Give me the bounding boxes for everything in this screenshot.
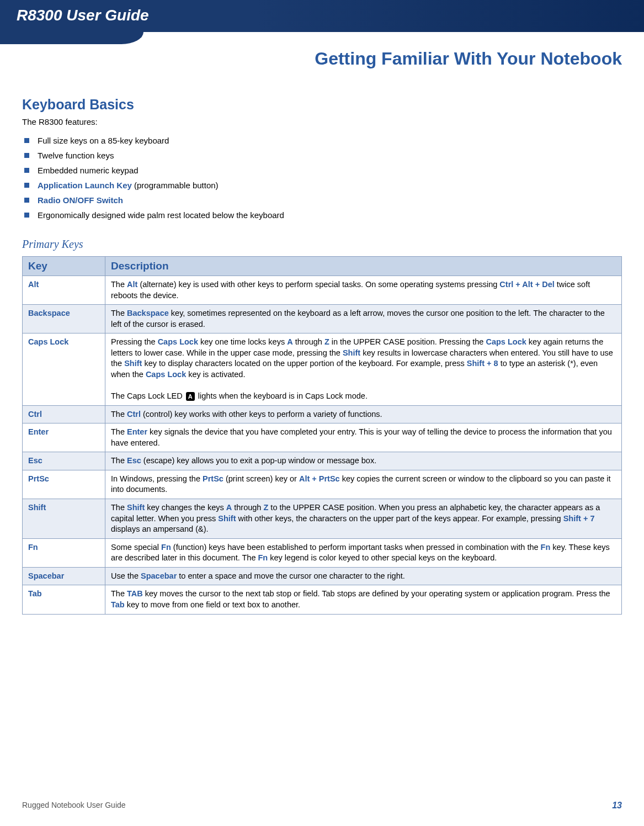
header-bar: R8300 User Guide [0,0,644,32]
capslock-led-icon: A [186,392,195,401]
table-row: FnSome special Fn (function) keys have b… [23,538,622,567]
table-row: BackspaceThe Backspace key, sometimes re… [23,305,622,333]
key-term: Ctrl + Alt + Del [499,280,554,289]
intro-line: The R8300 features: [22,117,622,126]
table-row: CtrlThe Ctrl (control) key works with ot… [23,405,622,423]
key-term: Caps Lock [158,337,198,346]
doc-title: R8300 User Guide [17,7,627,24]
feature-link-text: Radio ON/OFF Switch [38,195,123,205]
feature-list: Full size keys on a 85-key keyboardTwelv… [22,133,622,223]
page-number: 13 [612,801,622,811]
table-row: TabThe TAB key moves the cursor to the n… [23,585,622,614]
section-subheading: Primary Keys [22,238,622,251]
table-row: EscThe Esc (escape) key allows you to ex… [23,452,622,470]
key-cell: Backspace [23,305,105,333]
table-row: Caps LockPressing the Caps Lock key one … [23,333,622,405]
key-term: Spacebar [141,571,177,580]
key-term: Tab [111,600,125,609]
key-term: Fn [258,553,268,562]
table-row: ShiftThe Shift key changes the keys A th… [23,499,622,539]
desc-cell: Use the Spacebar to enter a space and mo… [105,567,622,585]
key-term: Shift [124,359,142,368]
key-term: Shift [127,503,145,512]
key-term: Fn [161,543,171,552]
key-term: Ctrl [127,410,141,419]
key-term: Fn [541,543,551,552]
desc-cell: The Ctrl (control) key works with other … [105,405,622,423]
table-row: EnterThe Enter key signals the device th… [23,423,622,452]
key-cell: Enter [23,423,105,452]
desc-cell: The Shift key changes the keys A through… [105,499,622,539]
desc-cell: The TAB key moves the cursor to the next… [105,585,622,614]
list-item: Twelve function keys [22,148,622,163]
key-term: Z [263,503,268,512]
key-cell: Caps Lock [23,333,105,405]
table-head-key: Key [23,257,105,276]
table-head-desc: Description [105,257,622,276]
key-cell: Fn [23,538,105,567]
key-cell: PrtSc [23,470,105,499]
list-item: Radio ON/OFF Switch [22,193,622,208]
desc-cell: Some special Fn (function) keys have bee… [105,538,622,567]
key-cell: Spacebar [23,567,105,585]
desc-cell: In Windows, pressing the PrtSc (print sc… [105,470,622,499]
key-term: Z [324,337,329,346]
desc-cell: The Alt (alternate) key is used with oth… [105,276,622,305]
key-term: Alt [127,280,137,289]
desc-cell: The Backspace key, sometimes represented… [105,305,622,333]
key-term: Shift [218,514,236,523]
page-footer: Rugged Notebook User Guide 13 [22,801,622,811]
key-cell: Esc [23,452,105,470]
footer-left: Rugged Notebook User Guide [22,801,126,811]
desc-cell: The Enter key signals the device that yo… [105,423,622,452]
key-term: Esc [127,456,141,465]
list-item: Ergonomically designed wide palm rest lo… [22,208,622,223]
key-term: Caps Lock [486,337,526,346]
key-term: Alt + PrtSc [299,474,340,483]
key-term: PrtSc [203,474,223,483]
table-row: AltThe Alt (alternate) key is used with … [23,276,622,305]
list-item: Application Launch Key (programmable but… [22,178,622,193]
key-term: A [287,337,292,346]
header-curve [0,32,644,44]
content-area: Keyboard Basics The R8300 features: Full… [0,75,644,615]
feature-link-text: Application Launch Key [38,181,132,190]
primary-keys-table: Key Description AltThe Alt (alternate) k… [22,256,622,615]
key-term: Backspace [127,309,169,317]
key-cell: Shift [23,499,105,539]
section-heading: Keyboard Basics [22,97,622,113]
list-item: Embedded numeric keypad [22,163,622,178]
key-term: A [226,503,232,512]
table-row: PrtScIn Windows, pressing the PrtSc (pri… [23,470,622,499]
desc-cell: The Esc (escape) key allows you to exit … [105,452,622,470]
key-cell: Alt [23,276,105,305]
key-term: Caps Lock [146,370,186,379]
desc-cell: Pressing the Caps Lock key one time lock… [105,333,622,405]
key-term: Shift + 7 [563,514,595,523]
key-term: Shift [343,348,360,357]
key-term: TAB [127,589,143,598]
table-row: SpacebarUse the Spacebar to enter a spac… [23,567,622,585]
key-cell: Tab [23,585,105,614]
key-term: Enter [127,427,147,436]
key-cell: Ctrl [23,405,105,423]
list-item: Full size keys on a 85-key keyboard [22,133,622,148]
key-term: Shift + 8 [467,359,498,368]
